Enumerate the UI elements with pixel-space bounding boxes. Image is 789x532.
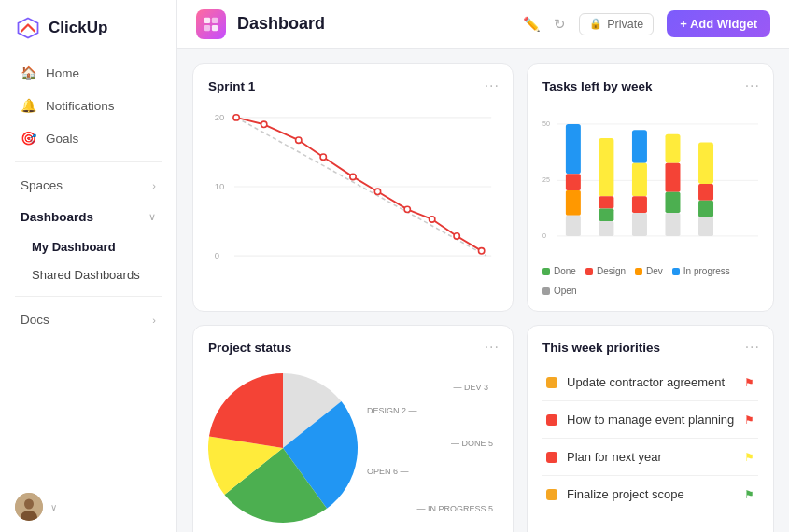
lock-icon: 🔒: [589, 18, 602, 30]
svg-point-19: [350, 174, 356, 179]
priority-dot-1: [546, 414, 557, 426]
legend-label-design: Design: [597, 266, 626, 276]
sidebar-item-shared-dashboards[interactable]: Shared Dashboards: [6, 261, 171, 288]
svg-point-24: [478, 248, 484, 254]
docs-label: Docs: [21, 313, 49, 327]
pie-label-design: DESIGN 2 —: [367, 406, 417, 415]
priority-text-1: How to manage event planning: [567, 413, 735, 427]
svg-point-22: [430, 217, 435, 222]
avatar-chevron-icon: ∨: [50, 502, 57, 512]
legend-done: Done: [542, 266, 576, 276]
project-status-body: — DEV 3 DESIGN 2 — — DONE 5 OPEN 6 — — I…: [208, 364, 498, 532]
bell-icon: 🔔: [21, 98, 36, 113]
refresh-icon[interactable]: ↻: [554, 16, 566, 33]
priority-dot-3: [546, 489, 557, 500]
legend-dot-open: [542, 287, 550, 295]
sidebar-divider-2: [15, 296, 162, 297]
svg-rect-50: [698, 217, 713, 235]
svg-point-15: [233, 115, 239, 120]
priority-item-2[interactable]: Plan for next year ⚑: [542, 439, 758, 476]
svg-point-23: [454, 233, 459, 239]
legend-dot-design: [585, 268, 593, 275]
avatar[interactable]: [15, 493, 43, 521]
tasks-bar-chart: 50 25 0: [542, 103, 758, 257]
svg-point-18: [320, 154, 326, 160]
avatar-image: [15, 493, 43, 521]
svg-text:10: 10: [215, 181, 225, 191]
priority-item-1[interactable]: How to manage event planning ⚑: [542, 401, 758, 439]
svg-rect-43: [665, 134, 680, 163]
priority-item-3[interactable]: Finalize project scope ⚑: [542, 476, 758, 512]
sidebar-item-home[interactable]: 🏠 Home: [6, 57, 171, 89]
tasks-widget-menu[interactable]: ···: [745, 77, 760, 94]
legend-design: Design: [585, 266, 626, 276]
home-icon: 🏠: [21, 65, 36, 80]
sidebar-item-spaces[interactable]: Spaces ›: [6, 170, 171, 201]
page-title: Dashboard: [237, 14, 512, 34]
shared-dashboards-label: Shared Dashboards: [32, 268, 140, 282]
dashboards-label: Dashboards: [21, 210, 93, 224]
priorities-title: This week priorities: [542, 341, 758, 355]
svg-point-16: [261, 121, 267, 127]
add-widget-button[interactable]: + Add Widget: [667, 10, 770, 37]
project-status-title: Project status: [208, 341, 498, 355]
legend-dot-done: [542, 268, 550, 275]
priority-item-0[interactable]: Update contractor agreement ⚑: [542, 364, 758, 401]
edit-icon[interactable]: ✏️: [523, 16, 541, 33]
svg-text:50: 50: [542, 120, 550, 128]
sidebar-item-notifications[interactable]: 🔔 Notifications: [6, 90, 171, 121]
priority-text-0: Update contractor agreement: [567, 375, 735, 389]
header: Dashboard ✏️ ↻ 🔒 Private + Add Widget: [177, 0, 789, 49]
chart-legend: Done Design Dev In progress Open: [542, 266, 758, 296]
svg-rect-39: [632, 130, 647, 163]
svg-text:25: 25: [542, 176, 550, 184]
private-label: Private: [607, 18, 643, 31]
project-status-menu[interactable]: ···: [485, 339, 500, 356]
docs-chevron-icon: ›: [152, 315, 156, 326]
priority-flag-1: ⚑: [744, 413, 754, 427]
priority-flag-3: ⚑: [744, 488, 754, 501]
pie-chart: [208, 373, 358, 523]
svg-rect-31: [566, 124, 581, 174]
pie-labels: — DEV 3 DESIGN 2 — — DONE 5 OPEN 6 — — I…: [367, 373, 498, 523]
project-status-widget: Project status ···: [192, 325, 514, 532]
svg-rect-5: [212, 17, 218, 22]
svg-rect-41: [632, 196, 647, 213]
svg-rect-32: [566, 174, 581, 190]
svg-rect-42: [632, 213, 647, 236]
svg-rect-47: [698, 143, 713, 184]
svg-point-20: [374, 189, 380, 194]
svg-rect-48: [698, 184, 713, 201]
sprint-chart: 20 10 0: [208, 103, 498, 271]
dashboards-chevron-icon: ∨: [148, 211, 156, 223]
svg-rect-44: [665, 163, 680, 192]
my-dashboard-label: My Dashboard: [32, 240, 116, 254]
sprint-widget-title: Sprint 1: [208, 79, 498, 93]
priorities-menu[interactable]: ···: [745, 339, 760, 356]
logo[interactable]: ClickUp: [0, 0, 176, 52]
priority-flag-2: ⚑: [744, 451, 754, 464]
pie-label-done: — DONE 5: [451, 439, 493, 448]
svg-rect-35: [599, 138, 613, 196]
sidebar-item-home-label: Home: [46, 66, 79, 80]
svg-text:0: 0: [542, 232, 546, 240]
svg-rect-36: [599, 196, 613, 208]
svg-rect-4: [204, 17, 210, 22]
private-button[interactable]: 🔒 Private: [579, 13, 654, 35]
legend-dot-dev: [635, 268, 642, 275]
sprint-widget-menu[interactable]: ···: [485, 77, 500, 94]
sidebar-item-docs[interactable]: Docs ›: [6, 304, 171, 335]
legend-open: Open: [542, 286, 576, 296]
svg-text:20: 20: [215, 112, 225, 122]
priorities-list: Update contractor agreement ⚑ How to man…: [542, 364, 758, 512]
legend-dot-inprogress: [672, 268, 680, 275]
svg-rect-34: [566, 216, 581, 236]
sidebar-item-dashboards[interactable]: Dashboards ∨: [6, 202, 171, 232]
sidebar-item-goals[interactable]: 🎯 Goals: [6, 122, 171, 154]
svg-rect-33: [566, 190, 581, 216]
pie-label-open: OPEN 6 —: [367, 467, 409, 476]
dashboard-icon: [196, 9, 226, 39]
sidebar-item-my-dashboard[interactable]: My Dashboard: [6, 233, 171, 260]
svg-point-21: [404, 206, 410, 212]
svg-rect-7: [212, 24, 218, 30]
